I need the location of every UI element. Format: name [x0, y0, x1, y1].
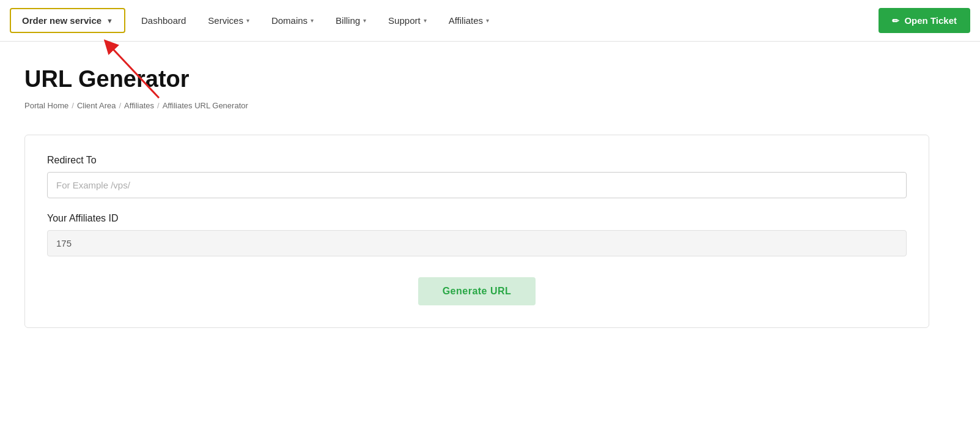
nav-billing[interactable]: Billing ▾ [325, 9, 377, 32]
redirect-to-input[interactable] [47, 172, 907, 198]
nav-services-arrow: ▾ [246, 17, 249, 24]
nav-domains-label: Domains [271, 15, 308, 26]
nav-affiliates-label: Affiliates [449, 15, 483, 26]
nav-billing-label: Billing [336, 15, 360, 26]
generate-btn-wrap: Generate URL [47, 277, 907, 305]
pencil-icon: ✏ [892, 16, 899, 26]
breadcrumb-current: Affiliates URL Generator [163, 101, 248, 110]
navbar: Order new service ▼ Dashboard Services ▾… [0, 0, 980, 42]
breadcrumb-sep-1: / [72, 101, 74, 110]
affiliates-id-label: Your Affiliates ID [47, 213, 907, 224]
nav-support-label: Support [388, 15, 421, 26]
nav-affiliates-arrow: ▾ [486, 17, 489, 24]
nav-domains-arrow: ▾ [311, 17, 314, 24]
breadcrumb-sep-3: / [157, 101, 160, 110]
breadcrumb-client-area[interactable]: Client Area [77, 101, 116, 110]
nav-billing-arrow: ▾ [363, 17, 366, 24]
breadcrumb: Portal Home / Client Area / Affiliates /… [24, 101, 929, 110]
generate-url-button[interactable]: Generate URL [418, 277, 536, 305]
nav-support-arrow: ▾ [424, 17, 427, 24]
page-title: URL Generator [24, 66, 929, 92]
nav-dashboard-label: Dashboard [141, 15, 186, 26]
open-ticket-button[interactable]: ✏ Open Ticket [879, 8, 970, 33]
nav-dashboard[interactable]: Dashboard [130, 9, 197, 32]
nav-services-label: Services [208, 15, 243, 26]
order-new-service-button[interactable]: Order new service ▼ [10, 8, 125, 33]
order-new-service-dropdown-arrow: ▼ [106, 17, 113, 24]
redirect-to-label: Redirect To [47, 155, 907, 166]
breadcrumb-affiliates[interactable]: Affiliates [124, 101, 154, 110]
nav-services[interactable]: Services ▾ [197, 9, 260, 32]
page-content: URL Generator Portal Home / Client Area … [0, 42, 954, 352]
open-ticket-label: Open Ticket [904, 15, 957, 26]
breadcrumb-sep-2: / [119, 101, 121, 110]
order-new-service-label: Order new service [22, 15, 101, 26]
nav-domains[interactable]: Domains ▾ [260, 9, 325, 32]
breadcrumb-portal-home[interactable]: Portal Home [24, 101, 68, 110]
affiliates-id-input[interactable] [47, 230, 907, 256]
nav-affiliates[interactable]: Affiliates ▾ [438, 9, 500, 32]
form-card: Redirect To Your Affiliates ID Generate … [24, 135, 929, 328]
nav-support[interactable]: Support ▾ [377, 9, 438, 32]
